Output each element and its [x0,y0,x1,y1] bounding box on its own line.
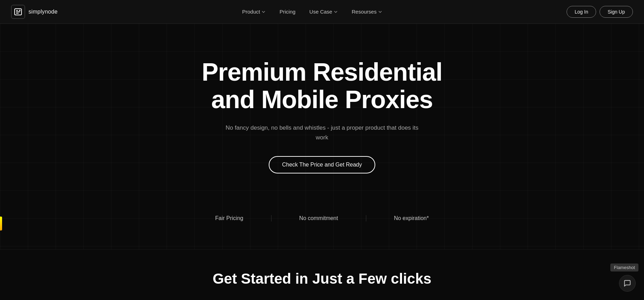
nav-item-pricing[interactable]: Pricing [274,6,301,17]
hero-section: Premium Residential and Mobile Proxies N… [0,24,644,249]
feature-no-expiration: No expiration* [366,215,457,221]
feature-no-commitment: No commitment [271,215,366,221]
flameshot-label: Flameshot [610,263,638,271]
hero-content: Premium Residential and Mobile Proxies N… [0,24,644,194]
hero-title: Premium Residential and Mobile Proxies [202,58,442,113]
chat-icon [624,279,631,287]
feature-fair-pricing: Fair Pricing [187,215,271,221]
cta-button[interactable]: Check The Price and Get Ready [269,156,375,173]
features-row: Fair Pricing No commitment No expiration… [0,194,644,249]
login-button[interactable]: Log In [567,6,596,18]
navbar: simplynode Product Pricing Use Case Reso… [0,0,644,24]
logo-link[interactable]: simplynode [11,5,58,19]
hero-subtitle: No fancy design, no bells and whistles -… [225,123,419,142]
nav-item-usecase[interactable]: Use Case [304,6,343,17]
svg-point-1 [19,10,20,11]
nav-actions: Log In Sign Up [567,6,633,18]
signup-button[interactable]: Sign Up [600,6,633,18]
bottom-title: Get Started in Just a Few clicks [201,270,444,287]
nav-item-product[interactable]: Product [237,6,271,17]
left-edge-indicator [0,217,2,230]
nav-menu: Product Pricing Use Case Resourses [237,6,388,17]
chat-bubble-button[interactable] [619,275,636,292]
nav-item-resources[interactable]: Resourses [346,6,388,17]
brand-name: simplynode [28,9,58,15]
bottom-section: Get Started in Just a Few clicks [0,249,644,300]
logo-icon [11,5,25,19]
